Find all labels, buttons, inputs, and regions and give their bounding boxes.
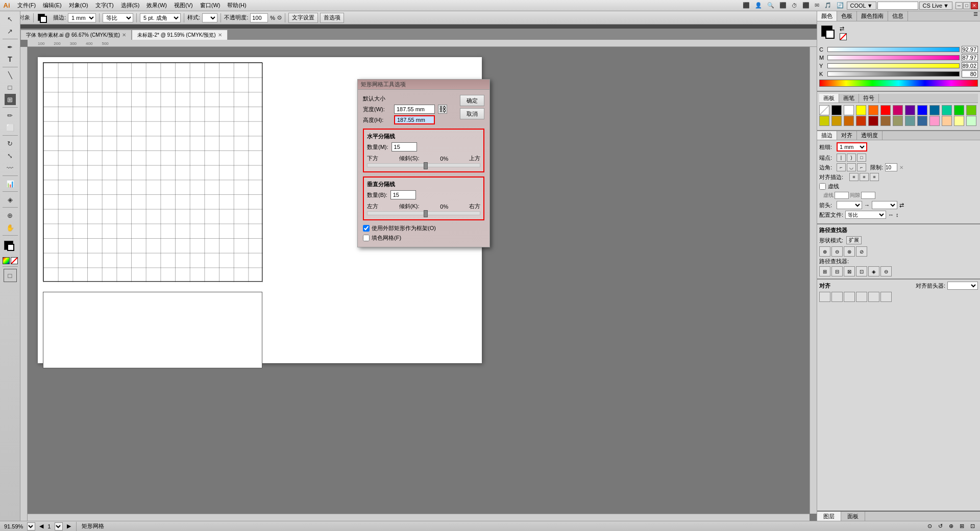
scroll-bottom[interactable] (28, 514, 810, 521)
next-page-btn[interactable]: ▶ (67, 523, 71, 529)
c-slider[interactable] (827, 47, 960, 52)
gap-1-input[interactable] (861, 192, 875, 199)
swatch[interactable] (966, 116, 976, 126)
swatch[interactable] (880, 116, 891, 126)
scroll-right[interactable] (810, 47, 817, 514)
cs-live-button[interactable]: CS Live ▼ (919, 2, 952, 10)
cap-butt[interactable]: | (837, 154, 846, 162)
shape-tool[interactable]: □ (5, 82, 16, 93)
tab-2[interactable]: 未标题-2* @ 91.59% (CMYK/预览) ✕ (132, 30, 228, 40)
swatch[interactable] (905, 116, 915, 126)
search-input[interactable] (877, 2, 918, 10)
text-settings-button[interactable]: 文字设置 (288, 13, 318, 23)
y-value-input[interactable] (962, 62, 978, 69)
minus-back-btn[interactable]: ⊖ (880, 266, 892, 276)
tab-align[interactable]: 对齐 (837, 131, 857, 140)
tab-stroke[interactable]: 描边 (817, 131, 837, 140)
swatch[interactable] (942, 105, 952, 115)
width-input[interactable] (394, 105, 435, 114)
align-to-select[interactable] (947, 282, 978, 290)
dashed-checkbox[interactable] (819, 183, 826, 190)
profile-flip2-icon[interactable]: ↕ (896, 212, 899, 218)
cap-round[interactable]: ) (847, 154, 856, 162)
join-miter[interactable]: ⌐ (837, 163, 846, 171)
tab-panels[interactable]: 面板 (841, 512, 865, 521)
swatch[interactable] (856, 116, 866, 126)
k-value-input[interactable] (962, 70, 978, 78)
tab-info[interactable]: 信息 (888, 11, 908, 21)
trim-btn[interactable]: ⊟ (831, 266, 843, 276)
swatch[interactable] (929, 116, 940, 126)
fill-grid-checkbox[interactable] (363, 235, 370, 241)
text-tool[interactable]: T (5, 54, 16, 65)
v-slider-thumb[interactable] (424, 210, 428, 217)
swatch[interactable] (844, 105, 854, 115)
swatch[interactable] (893, 116, 903, 126)
k-slider[interactable] (827, 71, 960, 77)
swatch[interactable] (844, 116, 854, 126)
rotate-tool[interactable]: ↻ (5, 138, 16, 149)
merge-btn[interactable]: ⊠ (844, 266, 855, 276)
none-mode-btn[interactable] (11, 257, 18, 264)
confirm-button[interactable]: 确定 (460, 95, 484, 106)
swatch[interactable] (905, 105, 915, 115)
grid-tool[interactable]: ⊞ (5, 94, 16, 105)
pencil-tool[interactable]: ✏ (5, 110, 16, 121)
minus-front-btn[interactable]: ⊖ (831, 246, 843, 257)
tab-opacity[interactable]: 透明度 (857, 131, 883, 140)
preferences-button[interactable]: 首选项 (320, 13, 344, 23)
menu-file[interactable]: 文件(F) (14, 1, 39, 10)
align-left-btn[interactable] (819, 292, 830, 302)
h-slider-thumb[interactable] (424, 162, 428, 169)
arrow-start-select[interactable] (837, 201, 862, 209)
swatch[interactable] (868, 105, 878, 115)
menu-window[interactable]: 窗口(W) (197, 1, 224, 10)
align-bottom-btn[interactable] (880, 292, 892, 302)
join-round[interactable]: ◡ (847, 163, 856, 171)
workspace-selector[interactable]: COOL ▼ (847, 2, 876, 10)
m-slider[interactable] (827, 55, 960, 60)
tab-board[interactable]: 画板 (819, 94, 839, 103)
style-select[interactable] (202, 13, 217, 22)
pen-tool[interactable]: ✒ (5, 41, 16, 53)
limit-input[interactable] (885, 163, 897, 171)
align-center-h-btn[interactable] (831, 292, 843, 302)
swatch[interactable] (954, 105, 964, 115)
arrow-swap-icon[interactable]: ⇄ (899, 202, 904, 209)
fill-stroke-bottom[interactable] (3, 240, 17, 254)
swatch[interactable] (819, 105, 829, 115)
link-icon[interactable]: ⛓ (438, 105, 447, 114)
align-top-btn[interactable] (856, 292, 867, 302)
eraser-tool[interactable]: ⬜ (5, 122, 16, 133)
c-value-input[interactable] (962, 46, 978, 53)
panel-options-icon[interactable]: ☰ (971, 11, 980, 21)
points-select[interactable]: 5 pt. 成角 (140, 13, 181, 22)
scale-tool[interactable]: ⤡ (5, 150, 16, 161)
swatch[interactable] (819, 116, 829, 126)
menu-object[interactable]: 对象(O) (66, 1, 91, 10)
color-fill-stroke-indicator[interactable] (821, 26, 838, 42)
intersect-btn[interactable]: ⊗ (844, 246, 855, 257)
expand-btn[interactable]: 扩展 (846, 236, 862, 244)
align-outside[interactable]: ≡ (870, 173, 879, 181)
swatch[interactable] (954, 116, 964, 126)
swatch[interactable] (942, 116, 952, 126)
line-tool[interactable]: ╲ (5, 69, 16, 81)
prev-page-btn[interactable]: ◀ (39, 523, 43, 529)
tab-1-close[interactable]: ✕ (122, 32, 126, 38)
swatch[interactable] (856, 105, 866, 115)
page-select[interactable] (55, 522, 63, 530)
cap-square[interactable]: □ (857, 154, 866, 162)
none-color-icon[interactable] (840, 33, 847, 40)
m-value-input[interactable] (962, 54, 978, 61)
maximize-button[interactable]: □ (963, 2, 970, 9)
menu-text[interactable]: 文字(T) (92, 1, 117, 10)
use-outer-rect-checkbox[interactable] (363, 225, 370, 232)
tab-1[interactable]: 字体 制作素材.ai @ 66.67% (CMYK/预览) ✕ (20, 30, 132, 40)
stroke-width-select[interactable]: 1 mm (68, 13, 96, 22)
menu-effects[interactable]: 效果(W) (143, 1, 170, 10)
blend-tool[interactable]: ◈ (5, 194, 16, 205)
crop-btn[interactable]: ⊡ (856, 266, 867, 276)
join-bevel[interactable]: ⌐ (857, 163, 866, 171)
tab-2-close[interactable]: ✕ (218, 32, 222, 38)
